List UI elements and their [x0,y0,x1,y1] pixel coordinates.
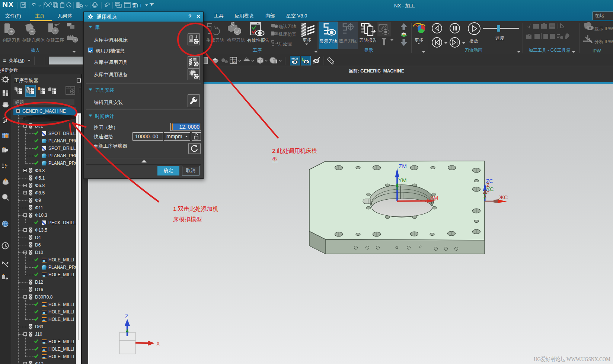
svg-text:MCS: MCS [291,57,298,60]
svg-text:23: 23 [233,60,236,64]
